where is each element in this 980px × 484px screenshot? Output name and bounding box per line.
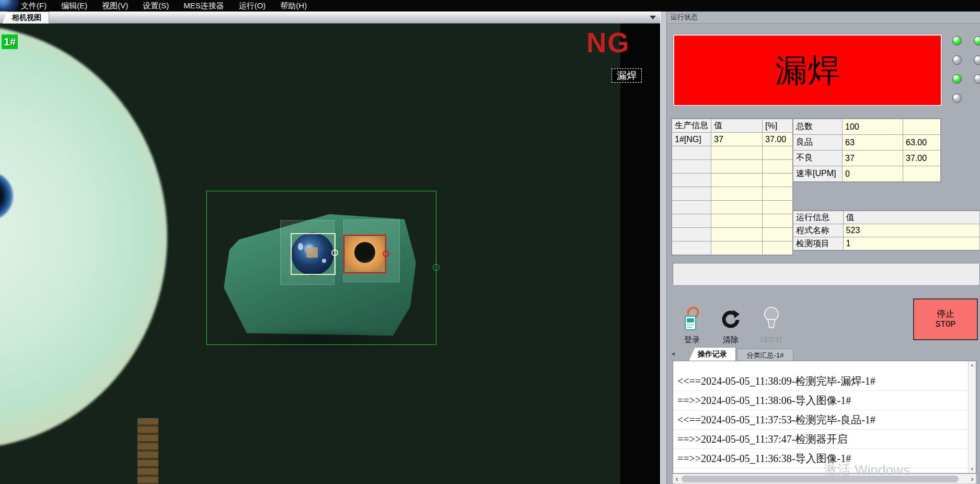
col-header: [%]: [763, 119, 793, 133]
log-entry: ==>>2024-05-05_11:38:06-导入图像-1#: [673, 391, 968, 410]
status-led: [952, 36, 962, 45]
cell-label: 良品: [793, 135, 843, 151]
vertical-scrollbar[interactable]: ▲ ▼: [968, 361, 976, 473]
status-led: [974, 36, 980, 45]
camera-view: 1# NG 漏焊: [0, 24, 660, 484]
table-row: 检测项目 1: [793, 237, 980, 250]
log-entry: ==>>2024-05-05_11:36:38-导入图像-1#: [673, 449, 968, 468]
table-row: [672, 187, 793, 201]
app-window: 文件(F) 编辑(E) 视图(V) 设置(S) MES连接器 运行(O) 帮助(…: [0, 0, 980, 484]
menu-view[interactable]: 视图(V): [102, 1, 128, 11]
cell-label: 速率[UPM]: [793, 166, 843, 182]
cell-label: 不良: [793, 151, 843, 166]
operation-log-list: <<==2024-05-05_11:38:09-检测完毕-漏焊-1# ==>>2…: [673, 361, 976, 474]
inspection-disc-photo: [0, 25, 167, 448]
col-header: 生产信息: [672, 119, 711, 133]
led-light-label: LED 灯: [760, 335, 782, 344]
cell-value: 63: [843, 135, 903, 151]
cell-label: 检测项目: [793, 237, 844, 250]
panel-splitter[interactable]: [660, 11, 667, 484]
cell-label: 总数: [793, 119, 843, 135]
image-margin: [620, 24, 660, 484]
cell-value: 1: [843, 237, 979, 250]
col-header: 运行信息: [793, 211, 844, 224]
table-row: 总数 100: [793, 119, 941, 135]
camera-tabstrip: 相机视图: [0, 11, 660, 24]
lightbulb-icon: [761, 305, 782, 332]
tab-classification-summary-label: 分类汇总-1#: [747, 351, 784, 360]
tab-camera-view[interactable]: 相机视图: [2, 11, 49, 24]
stop-label-en: STOP: [936, 319, 955, 330]
status-panel-title-text: 运行状态: [671, 13, 698, 22]
menu-settings[interactable]: 设置(S): [143, 1, 169, 11]
log-entry: <<==2024-05-05_11:38:09-检测完毕-漏焊-1#: [673, 372, 968, 391]
scroll-down-icon[interactable]: ▼: [970, 467, 975, 472]
table-row: [672, 201, 793, 214]
menu-run[interactable]: 运行(O): [239, 1, 266, 11]
log-entry: ==>>2024-05-05_11:37:47-检测器开启: [673, 430, 968, 449]
defect-banner: 漏焊: [673, 34, 942, 106]
status-led: [952, 74, 962, 84]
cell-value: 0: [843, 166, 903, 182]
status-led: [974, 55, 980, 65]
menu-help[interactable]: 帮助(H): [280, 1, 307, 11]
camera-id-badge: 1#: [2, 34, 18, 49]
table-row: [672, 214, 793, 228]
run-info-table: 运行信息 值 程式名称 523 检测项目 1: [793, 211, 980, 250]
table-row: [672, 228, 793, 241]
horizontal-scrollbar[interactable]: ‹ ›: [673, 474, 976, 484]
table-row: 速率[UPM] 0: [793, 166, 941, 182]
table-row: 1#[NG] 37 37.00: [672, 133, 793, 146]
login-label: 登录: [684, 335, 700, 345]
cell-value: 100: [843, 119, 903, 135]
roi-notch-right: [433, 264, 440, 271]
message-box: [673, 263, 979, 285]
scroll-right-icon[interactable]: ›: [969, 474, 976, 483]
table-row: [672, 241, 793, 255]
stop-label-cn: 停止: [937, 308, 954, 319]
chevron-down-icon[interactable]: [650, 16, 656, 19]
stats-table: 总数 100 良品 63 63.00 不良 37 37.00 速率[UPM] 0: [793, 119, 941, 182]
login-button[interactable]: 登录: [675, 305, 709, 353]
cell-pct: [903, 119, 941, 135]
defect-tag: 漏焊: [612, 68, 642, 83]
table-row: 良品 63 63.00: [793, 135, 941, 151]
cell-pct: 37.00: [763, 133, 793, 146]
scrollbar-thumb[interactable]: [682, 476, 959, 482]
cell-value: 37: [711, 133, 763, 146]
tab-classification-summary[interactable]: 分类汇总-1#: [737, 349, 793, 361]
menu-edit[interactable]: 编辑(E): [61, 1, 87, 11]
log-entry: <<==2024-05-05_11:37:53-检测完毕-良品-1#: [673, 410, 968, 430]
clear-button[interactable]: 清除: [714, 305, 747, 353]
cell-value: 523: [843, 224, 979, 237]
status-led: [952, 55, 962, 65]
table-row: 不良 37 37.00: [793, 151, 941, 166]
table-row: [672, 160, 793, 174]
menu-mes-connector[interactable]: MES连接器: [183, 1, 224, 11]
defect-banner-text: 漏焊: [775, 49, 840, 93]
fixture-column: [137, 418, 158, 484]
table-row: [672, 174, 793, 187]
cell-label: 程式名称: [793, 224, 844, 237]
col-header: 值: [843, 211, 979, 224]
table-row: [672, 146, 793, 160]
menu-file[interactable]: 文件(F): [21, 1, 47, 11]
refresh-icon: [719, 305, 743, 332]
status-led: [974, 74, 980, 84]
led-light-button[interactable]: LED 灯: [755, 305, 788, 353]
scroll-left-icon[interactable]: ‹: [673, 474, 681, 483]
cell-pct: 63.00: [903, 135, 941, 151]
col-header: 值: [711, 119, 763, 133]
tab-scroll-left-icon[interactable]: ◂: [671, 349, 675, 358]
tab-operation-log-label: 操作记录: [698, 350, 727, 359]
cell-pct: [903, 166, 941, 182]
scroll-up-icon[interactable]: ▲: [970, 362, 975, 367]
status-led: [952, 94, 962, 103]
table-row: 程式名称 523: [793, 224, 980, 237]
stop-button[interactable]: 停止 STOP: [913, 298, 978, 340]
status-panel-title: 运行状态: [667, 11, 980, 24]
cell-pct: 37.00: [903, 151, 941, 166]
cell-value: 37: [843, 151, 903, 166]
tab-operation-log[interactable]: 操作记录: [689, 347, 736, 361]
production-table: 生产信息 值 [%] 1#[NG] 37 37.00: [672, 119, 793, 255]
